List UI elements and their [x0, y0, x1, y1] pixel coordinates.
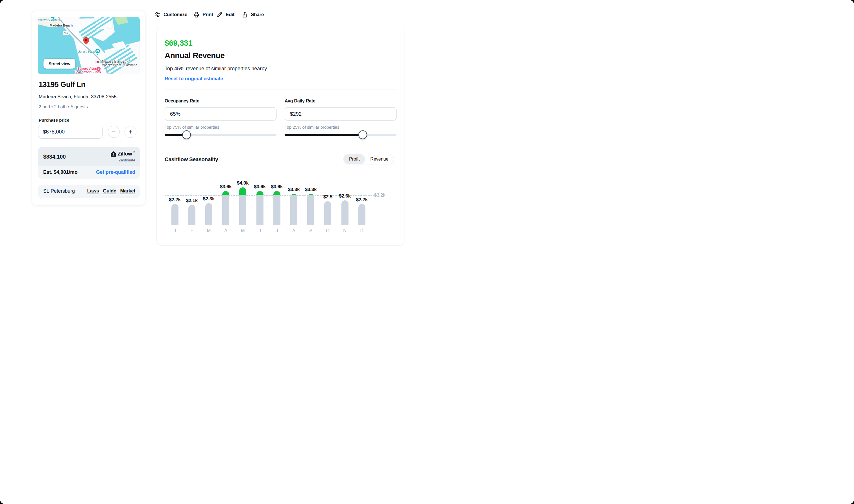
chart-bar: [257, 191, 263, 224]
chart-value-label: $2.5: [318, 194, 338, 200]
chart-month-label: M: [203, 228, 214, 233]
chart-month-label: N: [339, 228, 350, 233]
chart-month-label: J: [254, 228, 265, 233]
chamber-label-1: Treasure Island &: [102, 60, 125, 63]
print-label: Print: [203, 12, 213, 18]
share-label: Share: [251, 12, 264, 18]
discovery-center-label: Discovery Center: [38, 18, 60, 21]
decrease-price-button[interactable]: −: [108, 126, 120, 138]
chart-month-label: O: [322, 228, 333, 233]
occupancy-slider[interactable]: [164, 132, 277, 138]
customize-button[interactable]: Customize: [154, 11, 187, 18]
reset-estimate-link[interactable]: Reset to original estimate: [164, 76, 223, 82]
occupancy-slider-thumb[interactable]: [182, 130, 191, 139]
svg-text:699: 699: [64, 32, 68, 35]
madeira-beach-label: Madeira Beach: [50, 24, 73, 27]
chart-bar-above-threshold: [239, 187, 246, 195]
chart-month-label: J: [169, 228, 180, 233]
purchase-price-label: Purchase price: [39, 118, 69, 123]
revenue-panel: $69,331 Annual Revenue Top 45% revenue o…: [156, 28, 404, 246]
threshold-label: $3.2k: [374, 193, 394, 198]
property-map[interactable]: 699 Discovery Center Madeira Beach John'…: [38, 17, 140, 74]
daily-rate-slider-thumb[interactable]: [359, 130, 367, 139]
chart-month-label: M: [237, 228, 248, 233]
toggle-profit[interactable]: Profit: [344, 154, 365, 164]
property-location: Madeira Beach, Florida, 33708-2555: [39, 94, 117, 100]
chart-month-label: D: [356, 228, 367, 233]
toggle-revenue[interactable]: Revenue: [365, 154, 394, 164]
zestimate-caption: Zestimate: [119, 158, 135, 162]
chart-value-label: $2.1k: [182, 198, 202, 203]
chart-value-label: $3.3k: [284, 187, 303, 193]
occupancy-rate-input[interactable]: [164, 107, 277, 121]
get-prequalified-link[interactable]: Get pre-qualified: [96, 169, 135, 175]
chart-bar: [239, 187, 246, 225]
chart-bar: [290, 194, 297, 224]
chart-bar: [342, 200, 348, 224]
occupancy-rate-label: Occupancy Rate: [164, 98, 199, 104]
threshold-line: [164, 195, 377, 196]
route-699-shield: 699: [63, 31, 69, 35]
chart-value-label: $2.3k: [199, 196, 219, 202]
app-window: 699 Discovery Center Madeira Beach John'…: [0, 0, 427, 252]
zestimate-value: $834,100: [43, 154, 66, 160]
increase-price-button[interactable]: +: [124, 126, 136, 138]
market-city-label: St. Petersburg: [43, 188, 75, 194]
edit-button[interactable]: Edit: [216, 11, 234, 18]
cashflow-seasonality-title: Cashflow Seasonality: [164, 156, 218, 163]
chart-value-label: $3.6k: [216, 184, 236, 190]
occupancy-hint: Top 75% of similar properties: [164, 125, 219, 129]
chart-value-label: $3.6k: [267, 184, 286, 190]
chart-bar: [205, 203, 212, 224]
purchase-price-input[interactable]: [38, 125, 103, 139]
property-address: 13195 Gulf Ln: [39, 80, 85, 89]
zillow-wordmark: Zillow: [118, 151, 132, 157]
share-button[interactable]: Share: [242, 11, 264, 18]
market-link[interactable]: Market: [120, 188, 135, 194]
laws-link[interactable]: Laws: [87, 188, 99, 194]
zillow-house-icon: Z: [111, 151, 116, 157]
property-card: 699 Discovery Center Madeira Beach John'…: [32, 10, 145, 205]
printer-icon: [193, 11, 200, 18]
chart-value-label: $2.2k: [352, 197, 372, 203]
chart-value-label: $2.6k: [335, 193, 355, 199]
profit-revenue-toggle: Profit Revenue: [344, 154, 394, 164]
chart-bar: [324, 201, 331, 224]
daily-rate-slider[interactable]: [285, 132, 397, 138]
chart-bar: [171, 204, 178, 224]
johns-pass-label: John's Pass: [78, 50, 95, 53]
property-specs: 2 bed • 2 bath • 5 guests: [39, 104, 88, 109]
sunset-vistas-label-1: Sunset Vistas: [77, 67, 98, 70]
chart-value-label: $4.0k: [233, 180, 253, 186]
chart-month-label: S: [305, 228, 317, 233]
chart-month-label: J: [271, 228, 282, 233]
annual-revenue-amount: $69,331: [164, 39, 192, 48]
market-row: St. Petersburg Laws Guide Market: [38, 185, 140, 198]
avg-daily-rate-input[interactable]: [285, 107, 397, 121]
print-button[interactable]: Print: [193, 11, 213, 18]
chart-bar: [188, 205, 195, 224]
revenue-subtitle: Top 45% revenue of similar properties ne…: [164, 66, 268, 72]
pencil-icon: [216, 11, 223, 18]
chart-value-label: $3.3k: [301, 187, 321, 193]
zestimate-block: $834,100 Z Zillow ® Zestimate Est. $4,00…: [38, 147, 140, 179]
edit-label: Edit: [226, 12, 234, 18]
guide-link[interactable]: Guide: [103, 188, 116, 194]
sunset-vistas-label-2: Beachfront Suites: [74, 70, 101, 74]
monthly-estimate: Est. $4,001/mo: [43, 169, 78, 175]
chart-bar-above-threshold: [290, 194, 297, 195]
chart-bar-above-threshold: [273, 191, 280, 195]
chart-bar: [359, 204, 365, 224]
street-view-button[interactable]: Street view: [43, 59, 75, 69]
chart-value-label: $2.2k: [165, 197, 185, 203]
chart-bar-above-threshold: [307, 194, 314, 195]
chart-bar: [307, 194, 314, 224]
chart-bar: [222, 191, 229, 224]
zillow-logo: Z Zillow ®: [111, 151, 135, 157]
annual-revenue-title: Annual Revenue: [164, 51, 225, 60]
registered-mark: ®: [133, 151, 135, 154]
chart-bar: [273, 191, 280, 224]
share-icon: [242, 11, 248, 18]
sliders-icon: [154, 11, 161, 18]
customize-label: Customize: [163, 12, 187, 18]
